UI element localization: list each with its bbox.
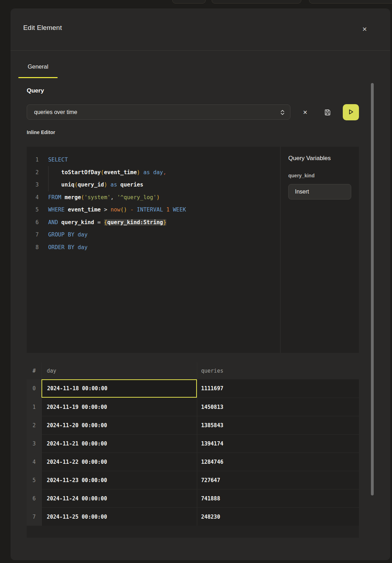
vertical-scrollbar[interactable]: [371, 83, 374, 495]
code-line: 6AND query_kind = {query_kind:String}: [27, 216, 280, 229]
column-header-day: day: [41, 362, 197, 379]
line-number: 3: [27, 179, 48, 191]
table-cell-queries[interactable]: 248230: [197, 507, 359, 526]
results-table-header: # day queries: [27, 362, 359, 379]
line-number: 2: [27, 166, 48, 179]
code-line: 2 toStartOfDay(event_time) as day,: [27, 166, 280, 179]
clear-query-icon[interactable]: ✕: [300, 107, 311, 118]
play-icon: [347, 108, 355, 117]
row-index-cell[interactable]: 1: [27, 398, 41, 416]
table-cell-day[interactable]: 2024-11-22 00:00:00: [41, 453, 197, 471]
close-icon[interactable]: ✕: [359, 23, 371, 35]
line-number: 7: [27, 229, 48, 241]
code-line: 3 uniq(query_id) as queries: [27, 179, 280, 191]
table-row: 62024-11-24 00:00:00741888: [27, 489, 359, 507]
insert-variable-button[interactable]: Insert: [288, 184, 351, 200]
active-tab-underline: [18, 77, 58, 78]
table-cell-day[interactable]: 2024-11-19 00:00:00: [41, 398, 197, 416]
table-row: 12024-11-19 00:00:001450813: [27, 398, 359, 416]
code-line: 5WHERE event_time > now() - INTERVAL 1 W…: [27, 204, 280, 216]
save-icon[interactable]: [322, 107, 333, 118]
query-select[interactable]: queries over time: [27, 105, 290, 120]
line-number: 1: [27, 154, 48, 166]
table-footer-strip: [27, 526, 359, 538]
page-background: Edit Element ✕ General Query queries ove…: [0, 0, 392, 563]
table-row: 22024-11-20 00:00:001385843: [27, 416, 359, 434]
code-text: SELECT: [48, 154, 68, 166]
tab-label: General: [18, 63, 58, 70]
table-cell-queries[interactable]: 1111697: [197, 379, 359, 398]
tab-general[interactable]: General: [18, 55, 58, 78]
code-text: uniq(query_id) as queries: [48, 179, 143, 191]
line-number: 4: [27, 191, 48, 204]
row-index-cell[interactable]: 3: [27, 434, 41, 453]
code-text: ORDER BY day: [48, 241, 88, 254]
header-divider: [11, 50, 390, 51]
dialog-title: Edit Element: [23, 24, 62, 32]
table-cell-queries[interactable]: 1394174: [197, 434, 359, 453]
table-row: 32024-11-21 00:00:001394174: [27, 434, 359, 453]
code-text: WHERE event_time > now() - INTERVAL 1 WE…: [48, 204, 186, 216]
table-cell-queries[interactable]: 1450813: [197, 398, 359, 416]
inline-editor-label: Inline Editor: [27, 129, 55, 135]
query-variables-panel: Query Variables query_kind Insert: [281, 147, 359, 353]
table-row: 02024-11-18 00:00:001111697: [27, 379, 359, 398]
table-cell-queries[interactable]: 1385843: [197, 416, 359, 434]
table-row: 52024-11-23 00:00:00727647: [27, 471, 359, 489]
line-number: 6: [27, 216, 48, 229]
table-cell-queries[interactable]: 727647: [197, 471, 359, 489]
table-cell-day[interactable]: 2024-11-24 00:00:00: [41, 489, 197, 507]
table-cell-day[interactable]: 2024-11-20 00:00:00: [41, 416, 197, 434]
code-line: 8ORDER BY day: [27, 241, 280, 254]
code-text: GROUP BY day: [48, 229, 88, 241]
column-header-index: #: [27, 362, 41, 379]
query-variables-title: Query Variables: [288, 155, 331, 162]
table-row: 42024-11-22 00:00:001284746: [27, 453, 359, 471]
table-row: 72024-11-25 00:00:00248230: [27, 507, 359, 526]
row-index-cell[interactable]: 4: [27, 453, 41, 471]
column-header-queries: queries: [197, 362, 359, 379]
table-cell-day[interactable]: 2024-11-21 00:00:00: [41, 434, 197, 453]
unfold-chevrons-icon: [279, 109, 285, 117]
results-table: # day queries 02024-11-18 00:00:00111169…: [27, 362, 359, 538]
variable-name: query_kind: [288, 173, 315, 178]
code-text: AND query_kind = {query_kind:String}: [48, 216, 166, 229]
background-toolbar-button[interactable]: [309, 0, 392, 4]
table-cell-day[interactable]: 2024-11-23 00:00:00: [41, 471, 197, 489]
code-line: 7GROUP BY day: [27, 229, 280, 241]
code-line: 4FROM merge('system', '^query_log'): [27, 191, 280, 204]
sql-code-editor[interactable]: 1SELECT2 toStartOfDay(event_time) as day…: [27, 147, 280, 353]
table-cell-queries[interactable]: 1284746: [197, 453, 359, 471]
code-text: toStartOfDay(event_time) as day,: [48, 166, 166, 179]
edit-element-dialog: Edit Element ✕ General Query queries ove…: [11, 8, 390, 560]
row-index-cell[interactable]: 6: [27, 489, 41, 507]
code-line: 1SELECT: [27, 154, 280, 166]
table-cell-queries[interactable]: 741888: [197, 489, 359, 507]
line-number: 8: [27, 241, 48, 254]
line-number: 5: [27, 204, 48, 216]
row-index-cell[interactable]: 0: [27, 379, 41, 398]
table-cell-day[interactable]: 2024-11-25 00:00:00: [41, 507, 197, 526]
background-toolbar-button[interactable]: [212, 0, 301, 4]
selected-table-cell[interactable]: 2024-11-18 00:00:00: [41, 379, 197, 398]
run-query-button[interactable]: [343, 104, 359, 120]
query-select-value: queries over time: [27, 109, 77, 115]
row-index-cell[interactable]: 2: [27, 416, 41, 434]
inline-editor-panel: 1SELECT2 toStartOfDay(event_time) as day…: [27, 147, 359, 353]
background-toolbar-button[interactable]: [172, 0, 206, 4]
row-index-cell[interactable]: 7: [27, 507, 41, 526]
indent-guide: [48, 166, 49, 191]
results-table-body: 02024-11-18 00:00:00111169712024-11-19 0…: [27, 379, 359, 526]
code-text: FROM merge('system', '^query_log'): [48, 191, 160, 204]
row-index-cell[interactable]: 5: [27, 471, 41, 489]
query-section-heading: Query: [27, 87, 44, 94]
